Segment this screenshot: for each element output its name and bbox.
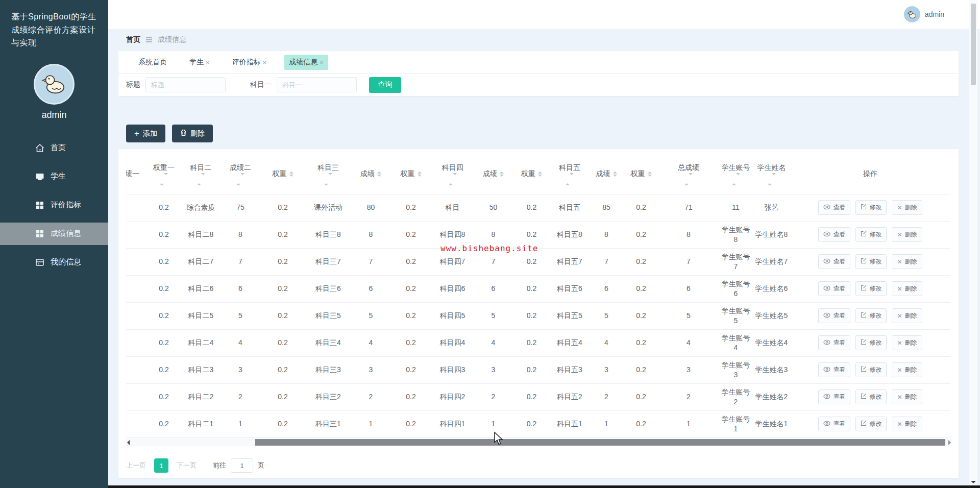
table-cell: 2 — [474, 383, 513, 410]
page-number-button[interactable]: 1 — [154, 458, 168, 473]
table-cell: 4 — [658, 329, 719, 356]
view-button[interactable]: 查看 — [818, 227, 850, 242]
vertical-scrollbar-thumb[interactable] — [971, 4, 976, 85]
scroll-left-arrow-icon[interactable] — [127, 440, 130, 445]
vertical-scrollbar[interactable] — [969, 0, 977, 485]
delete-row-button[interactable]: ✕删除 — [892, 335, 922, 350]
column-header-权重[interactable]: 权重 — [513, 153, 550, 194]
view-button[interactable]: 查看 — [818, 308, 850, 323]
view-button[interactable]: 查看 — [818, 254, 850, 269]
sort-caret-icon[interactable] — [289, 169, 293, 179]
table-cell: 学生账号2 — [719, 383, 753, 410]
sort-caret-icon[interactable] — [307, 174, 349, 184]
sidebar-item-成绩信息[interactable]: 成绩信息 — [0, 223, 108, 245]
delete-row-button[interactable]: ✕删除 — [892, 308, 922, 323]
column-header-成绩[interactable]: 成绩 — [474, 153, 513, 194]
column-header-成绩[interactable]: 成绩 — [351, 153, 390, 194]
view-button[interactable]: 查看 — [818, 389, 850, 404]
delete-row-button[interactable]: ✕删除 — [892, 200, 922, 215]
delete-row-button[interactable]: ✕删除 — [892, 417, 922, 431]
sidebar-item-首页[interactable]: 首页 — [0, 137, 108, 159]
table-cell: 0.2 — [624, 221, 658, 248]
sort-caret-icon[interactable] — [500, 169, 504, 179]
column-header-科目三[interactable]: 科目三 — [305, 153, 351, 194]
breadcrumb-root[interactable]: 首页 — [126, 35, 140, 44]
view-button[interactable]: 查看 — [818, 281, 850, 296]
sort-caret-icon[interactable] — [377, 169, 381, 179]
query-button[interactable]: 查询 — [369, 77, 401, 93]
sort-caret-icon[interactable] — [418, 169, 422, 179]
add-button[interactable]: + 添加 — [126, 125, 165, 142]
edit-button[interactable]: 修改 — [855, 389, 887, 404]
column-header-权重[interactable]: 权重 — [260, 153, 305, 194]
edit-button[interactable]: 修改 — [855, 362, 887, 377]
sort-caret-icon[interactable] — [613, 169, 617, 179]
edit-button[interactable]: 修改 — [855, 254, 887, 269]
edit-button[interactable]: 修改 — [855, 417, 887, 431]
sort-caret-icon[interactable] — [538, 169, 542, 179]
view-button[interactable]: 查看 — [818, 200, 850, 215]
table-cell: 科目五6 — [550, 275, 589, 302]
column-header-科目二[interactable]: 科目二 — [181, 153, 220, 194]
column-header-权重[interactable]: 权重 — [390, 153, 431, 194]
close-icon[interactable]: × — [206, 59, 210, 66]
tab-学生[interactable]: 学生× — [185, 55, 214, 70]
next-page-button[interactable]: 下一页 — [177, 461, 197, 470]
edit-button[interactable]: 修改 — [855, 281, 887, 296]
view-button[interactable]: 查看 — [818, 362, 850, 377]
view-button[interactable]: 查看 — [818, 417, 850, 431]
sidebar-item-学生[interactable]: 学生 — [0, 165, 108, 188]
column-header-科目四[interactable]: 科目四 — [431, 153, 474, 194]
edit-icon — [861, 231, 867, 238]
delete-row-button[interactable]: ✕删除 — [892, 281, 922, 296]
view-button[interactable]: 查看 — [818, 335, 850, 350]
sort-caret-icon[interactable] — [660, 174, 717, 184]
user-chip[interactable]: admin — [904, 6, 944, 22]
column-header-学生姓名[interactable]: 学生姓名 — [753, 153, 790, 194]
scroll-right-arrow-icon[interactable] — [948, 440, 951, 445]
sort-caret-icon[interactable] — [755, 174, 788, 184]
sidebar-item-我的信息[interactable]: 我的信息 — [0, 251, 108, 274]
column-header-科目五[interactable]: 科目五 — [550, 153, 589, 194]
horizontal-scrollbar[interactable] — [126, 438, 952, 446]
column-header-权重[interactable]: 权重 — [624, 153, 658, 194]
column-header-权重一[interactable]: 权重一 — [146, 153, 181, 194]
delete-row-button[interactable]: ✕删除 — [892, 227, 922, 242]
tab-成绩信息[interactable]: 成绩信息× — [284, 55, 328, 70]
sort-caret-icon[interactable] — [552, 174, 587, 184]
table-cell — [126, 248, 146, 275]
column-header-成绩二[interactable]: 成绩二 — [220, 153, 260, 194]
table-cell: 11 — [719, 194, 753, 221]
delete-row-button[interactable]: ✕删除 — [892, 389, 922, 404]
sort-caret-icon[interactable] — [223, 174, 258, 184]
prev-page-button[interactable]: 上一页 — [126, 461, 146, 470]
sort-caret-icon[interactable] — [433, 174, 472, 184]
sort-caret-icon[interactable] — [149, 174, 179, 184]
scroll-down-arrow-icon[interactable] — [971, 481, 976, 483]
sidebar-item-评价指标[interactable]: 评价指标 — [0, 194, 108, 216]
tab-评价指标[interactable]: 评价指标× — [228, 55, 272, 70]
goto-page-input[interactable] — [231, 458, 253, 473]
title-input[interactable] — [145, 77, 226, 92]
column-header-成绩[interactable]: 成绩 — [589, 153, 624, 194]
close-icon[interactable]: × — [320, 59, 324, 66]
table-cell: 5 — [351, 302, 390, 329]
edit-button[interactable]: 修改 — [855, 335, 887, 350]
tab-系统首页[interactable]: 系统首页 — [134, 55, 172, 70]
delete-button[interactable]: 删除 — [172, 125, 213, 142]
sort-caret-icon[interactable] — [721, 174, 751, 184]
delete-row-button[interactable]: ✕删除 — [892, 362, 922, 377]
delete-row-button[interactable]: ✕删除 — [892, 254, 922, 269]
edit-button[interactable]: 修改 — [855, 308, 887, 323]
subject-input[interactable] — [277, 77, 357, 92]
table-cell: 0.2 — [260, 302, 305, 329]
close-icon[interactable]: × — [263, 59, 267, 66]
sort-caret-icon[interactable] — [648, 169, 652, 179]
edit-button[interactable]: 修改 — [855, 227, 887, 242]
column-header-总成绩[interactable]: 总成绩 — [658, 153, 719, 194]
table-cell: 科目三1 — [305, 410, 351, 437]
column-header-学生账号[interactable]: 学生账号 — [719, 153, 753, 194]
edit-button[interactable]: 修改 — [855, 200, 887, 215]
horizontal-scrollbar-thumb[interactable] — [255, 439, 945, 446]
sort-caret-icon[interactable] — [183, 174, 218, 184]
